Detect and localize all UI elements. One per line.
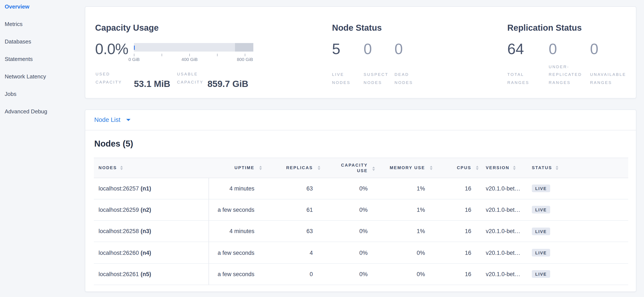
capacity-gauge: 0 GiB 400 GiB 800 GiB xyxy=(134,43,253,64)
column-label: Replicas xyxy=(286,165,313,170)
replicas-cell: 0 xyxy=(254,271,313,278)
column-label: Nodes xyxy=(98,165,117,170)
cluster-overview-page: Overview Metrics Databases Statements Ne… xyxy=(0,0,644,297)
nodes-table: Nodes Uptime Replicas Capacity Use Memor… xyxy=(94,157,628,285)
status-badge: LIVE xyxy=(532,227,550,235)
column-header-uptime[interactable]: Uptime xyxy=(209,165,254,170)
usable-capacity-value: 859.7 GiB xyxy=(208,79,248,89)
status-cell: LIVE xyxy=(532,227,628,235)
node-id: (n4) xyxy=(140,250,151,256)
uptime-cell: a few seconds xyxy=(209,250,254,256)
gauge-tick-label: 800 GiB xyxy=(232,57,258,62)
table-row[interactable]: localhost:26261(n5) a few seconds 0 0% 0… xyxy=(94,264,628,285)
replicas-cell: 63 xyxy=(254,228,313,234)
node-id: (n3) xyxy=(140,228,151,234)
node-name-cell[interactable]: localhost:26258(n3) xyxy=(94,221,209,242)
table-row[interactable]: localhost:26260(n4) a few seconds 4 0% 0… xyxy=(94,242,628,264)
total-ranges-label: Total Ranges xyxy=(507,71,534,86)
sidebar-item-jobs[interactable]: Jobs xyxy=(0,85,85,103)
column-label: Version xyxy=(486,165,510,170)
uptime-cell: 4 minutes xyxy=(209,185,254,192)
node-id: (n1) xyxy=(140,185,151,192)
column-label: Status xyxy=(532,165,552,170)
uptime-cell: a few seconds xyxy=(209,207,254,213)
replication-status-title: Replication Status xyxy=(507,22,582,33)
cpus-cell: 16 xyxy=(425,271,471,278)
capacity-usage-title: Capacity Usage xyxy=(95,22,159,33)
column-header-replicas[interactable]: Replicas xyxy=(254,165,313,170)
replicas-cell: 4 xyxy=(254,250,313,256)
version-cell: v20.1.0-bet… xyxy=(471,250,532,256)
usable-capacity-label: Usable Capacity xyxy=(177,70,211,86)
node-name-cell[interactable]: localhost:26257(n1) xyxy=(94,178,209,199)
sort-icon[interactable] xyxy=(556,166,558,170)
column-label: Capacity Use xyxy=(336,162,368,173)
table-row[interactable]: localhost:26257(n1) 4 minutes 63 0% 1% 1… xyxy=(94,178,628,199)
sidebar-item-metrics[interactable]: Metrics xyxy=(0,15,85,33)
cluster-summary-card: Capacity Usage 0.0% 0 GiB 400 GiB 800 Gi… xyxy=(85,6,636,98)
sidebar-item-overview[interactable]: Overview xyxy=(0,0,85,15)
suspect-nodes-count: 0 xyxy=(364,41,372,57)
node-list-dropdown[interactable]: Node List xyxy=(85,110,636,130)
replicas-cell: 63 xyxy=(254,185,313,192)
status-badge: LIVE xyxy=(532,206,550,214)
column-header-status[interactable]: Status xyxy=(532,165,628,170)
sidebar-item-databases[interactable]: Databases xyxy=(0,33,85,50)
sort-icon[interactable] xyxy=(120,166,123,170)
gauge-track xyxy=(134,43,235,51)
table-row[interactable]: localhost:26259(n2) a few seconds 61 0% … xyxy=(94,199,628,221)
column-header-capacity-use[interactable]: Capacity Use xyxy=(313,162,368,173)
under-replicated-ranges-label: Under-Replicated Ranges xyxy=(549,63,588,86)
memory-cell: 1% xyxy=(368,228,425,234)
capacity-cell: 0% xyxy=(313,185,368,192)
node-id: (n5) xyxy=(140,271,151,278)
cpus-cell: 16 xyxy=(425,207,471,213)
version-cell: v20.1.0-bet… xyxy=(471,228,532,234)
sort-icon[interactable] xyxy=(513,166,516,170)
version-cell: v20.1.0-bet… xyxy=(471,271,532,278)
gauge-tick-label: 400 GiB xyxy=(177,57,202,62)
column-header-cpus[interactable]: CPUs xyxy=(425,165,471,170)
sidebar-item-statements[interactable]: Statements xyxy=(0,50,85,68)
node-address: localhost:26257 xyxy=(98,185,139,192)
version-cell: v20.1.0-bet… xyxy=(471,207,532,213)
capacity-cell: 0% xyxy=(313,207,368,213)
memory-cell: 0% xyxy=(368,271,425,278)
column-header-version[interactable]: Version xyxy=(471,165,532,170)
column-label: Memory Use xyxy=(390,165,425,170)
suspect-nodes-label: Suspect Nodes xyxy=(364,71,392,86)
status-cell: LIVE xyxy=(532,270,628,278)
node-name-cell[interactable]: localhost:26259(n2) xyxy=(94,199,209,221)
table-row[interactable]: localhost:26258(n3) 4 minutes 63 0% 1% 1… xyxy=(94,221,628,242)
node-id: (n2) xyxy=(140,207,151,213)
node-address: localhost:26258 xyxy=(98,228,139,234)
gauge-tick xyxy=(217,54,218,56)
cpus-cell: 16 xyxy=(425,185,471,192)
sidebar: Overview Metrics Databases Statements Ne… xyxy=(0,0,85,297)
node-list-dropdown-label: Node List xyxy=(94,116,120,123)
cpus-cell: 16 xyxy=(425,250,471,256)
unavailable-ranges-count: 0 xyxy=(590,41,598,57)
node-name-cell[interactable]: localhost:26261(n5) xyxy=(94,264,209,285)
gauge-tick-label: 0 GiB xyxy=(121,57,147,62)
chevron-down-icon xyxy=(126,119,131,121)
column-header-nodes[interactable]: Nodes xyxy=(94,165,209,170)
gauge-tick xyxy=(162,54,162,56)
table-header-row: Nodes Uptime Replicas Capacity Use Memor… xyxy=(94,157,628,178)
cpus-cell: 16 xyxy=(425,228,471,234)
sidebar-item-advanced-debug[interactable]: Advanced Debug xyxy=(0,103,85,120)
dead-nodes-count: 0 xyxy=(394,41,403,57)
gauge-tick xyxy=(134,54,134,56)
status-cell: LIVE xyxy=(532,206,628,214)
status-badge: LIVE xyxy=(532,249,550,257)
nodes-card: Node List Nodes (5) Nodes Uptime Replica… xyxy=(85,109,636,292)
column-header-memory-use[interactable]: Memory Use xyxy=(368,165,425,170)
used-capacity-value: 53.1 MiB xyxy=(134,79,170,89)
node-address: localhost:26260 xyxy=(98,250,139,256)
unavailable-ranges-label: Unavailable Ranges xyxy=(590,71,634,86)
node-name-cell[interactable]: localhost:26260(n4) xyxy=(94,242,209,263)
capacity-cell: 0% xyxy=(313,250,368,256)
sidebar-item-network-latency[interactable]: Network Latency xyxy=(0,68,85,85)
memory-cell: 0% xyxy=(368,250,425,256)
uptime-cell: 4 minutes xyxy=(209,228,254,234)
